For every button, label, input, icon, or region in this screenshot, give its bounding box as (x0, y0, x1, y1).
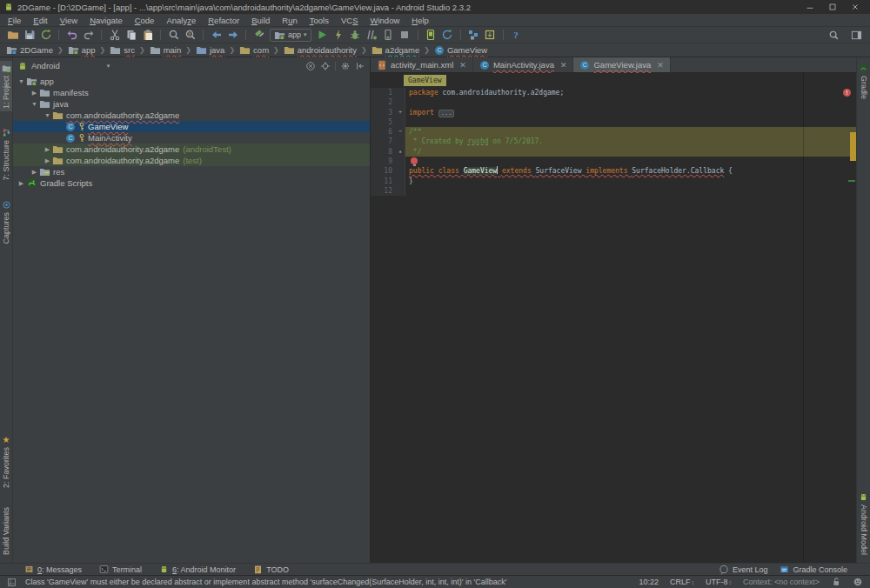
code-line-7[interactable]: 7 * Created by rushd on 7/5/2017. (371, 137, 856, 146)
menu-navigate[interactable]: Navigate (84, 16, 129, 25)
context-indicator[interactable]: Context: <no context> (743, 578, 820, 586)
replace-button[interactable] (182, 28, 198, 43)
back-button[interactable] (208, 28, 224, 43)
tab-close-icon[interactable]: ✕ (560, 61, 567, 70)
tool-stripe-android-model[interactable]: Android Model (857, 490, 870, 558)
tool-buttons-toggle-button[interactable] (848, 28, 865, 43)
tree-item-gameview[interactable]: CGameView (13, 121, 370, 132)
tree-collapsed-icon[interactable]: ▶ (30, 90, 39, 97)
tab-activity-main-xml[interactable]: activity_main.xml✕ (371, 57, 473, 72)
tree-item-manifests[interactable]: ▶manifests (13, 87, 370, 98)
fold-minus-icon[interactable]: − (396, 127, 405, 137)
breadcrumb-main[interactable]: main (150, 44, 182, 56)
tree-item-com-androidauthority-a2dgame[interactable]: ▼com.androidauthority.a2dgame (13, 110, 370, 121)
code-line-9[interactable]: 9 (371, 157, 856, 166)
avd-manager-button[interactable] (423, 28, 439, 43)
run-button[interactable] (314, 28, 331, 43)
tool-stripe-build-variants[interactable]: Build Variants (0, 504, 12, 558)
breadcrumb-a2dgame[interactable]: a2dgame (371, 44, 420, 56)
tool-stripe-7-structure[interactable]: 7: Structure (0, 125, 12, 184)
code-line-11[interactable]: 11} (371, 177, 856, 186)
unlock-icon[interactable] (831, 577, 841, 587)
tab-close-icon[interactable]: ✕ (459, 61, 466, 70)
copy-button[interactable] (123, 28, 139, 43)
folded-imports-chip[interactable]: ... (438, 110, 455, 117)
fold-plus-icon[interactable]: + (396, 108, 405, 117)
menu-file[interactable]: File (2, 16, 27, 25)
menu-analyze[interactable]: Analyze (160, 16, 202, 25)
locate-icon[interactable] (320, 61, 331, 71)
menu-code[interactable]: Code (129, 16, 161, 25)
breadcrumb-java[interactable]: java (196, 44, 224, 56)
project-tree[interactable]: ▼app▶manifests▼java▼com.androidauthority… (13, 74, 370, 563)
project-structure-button[interactable] (465, 28, 482, 43)
tree-item-java[interactable]: ▼java (13, 98, 370, 110)
encoding-indicator[interactable]: UTF-8↕ (706, 578, 732, 586)
tree-item-app[interactable]: ▼app (13, 76, 370, 87)
tool-stripe-gradle[interactable]: Gradle (857, 61, 870, 102)
breadcrumb-gameview[interactable]: CGameView (434, 45, 487, 56)
menu-window[interactable]: Window (364, 16, 405, 25)
redo-button[interactable] (80, 28, 97, 43)
line-separator-indicator[interactable]: CRLF↕ (670, 578, 694, 586)
code-line-10[interactable]: 10public class GameView extends SurfaceV… (371, 166, 856, 176)
hector-inspections-icon[interactable] (853, 577, 863, 587)
stop-button[interactable] (397, 28, 413, 43)
instant-run-button[interactable] (331, 28, 347, 43)
settings-icon[interactable] (340, 61, 351, 71)
tree-item-gradle-scripts[interactable]: ▶Gradle Scripts (13, 177, 370, 189)
code-line-5[interactable]: 5 (371, 117, 856, 127)
cut-button[interactable] (106, 28, 123, 43)
tool-stripe-1-project[interactable]: 1: Project (0, 61, 12, 111)
menu-vcs[interactable]: VCS (335, 16, 365, 25)
code-editor[interactable]: GameView 1package com.androidauthority.a… (371, 73, 856, 563)
menu-help[interactable]: Help (405, 16, 435, 25)
menu-view[interactable]: View (54, 16, 84, 25)
sync-project-with-gradle-button[interactable] (439, 28, 456, 43)
open-button[interactable] (4, 28, 21, 43)
tab-mainactivity-java[interactable]: CMainActivity.java✕ (473, 57, 574, 72)
paste-button[interactable] (139, 28, 156, 43)
debug-button[interactable] (347, 28, 364, 43)
forward-button[interactable] (224, 28, 241, 43)
tool-stripe-2-favorites[interactable]: ★2: Favorites (0, 433, 12, 491)
tab-gameview-java[interactable]: CGameView.java✕ (573, 57, 670, 72)
code-line-8[interactable]: 8▴ */ (371, 147, 856, 157)
menu-build[interactable]: Build (245, 16, 276, 25)
tool-window-button-event-log[interactable]: Event Log (719, 565, 768, 575)
tool-window-button-6-android-monitor[interactable]: 6: Android Monitor (159, 565, 236, 574)
menu-run[interactable]: Run (276, 16, 303, 25)
tree-item-com-androidauthority-a2dgame-test[interactable]: ▶com.androidauthority.a2dgame(test) (13, 155, 370, 166)
tree-item-mainactivity[interactable]: CMainActivity (13, 132, 370, 144)
code-line-3[interactable]: 3+import ... (371, 108, 856, 117)
scrollbar-marker-green[interactable] (848, 180, 855, 182)
tool-stripe-captures[interactable]: Captures (0, 197, 12, 247)
tree-expanded-icon[interactable]: ▼ (30, 101, 39, 107)
undo-button[interactable] (64, 28, 80, 43)
breadcrumb-com[interactable]: com (239, 44, 269, 56)
tree-item-com-androidauthority-a2dgame-androidtest[interactable]: ▶com.androidauthority.a2dgame(androidTes… (13, 144, 370, 155)
hide-panel-icon[interactable] (355, 61, 365, 71)
minimize-button[interactable] (799, 0, 821, 14)
tree-collapsed-icon[interactable]: ▶ (30, 169, 39, 176)
breadcrumb-2dgame[interactable]: 2DGame (6, 44, 53, 56)
synchronize-button[interactable] (37, 28, 54, 43)
inspection-error-badge[interactable]: ! (843, 89, 851, 97)
error-lightbulb-icon[interactable] (411, 157, 418, 164)
search-everywhere-button[interactable] (826, 28, 842, 43)
breadcrumb-androidauthority[interactable]: androidauthority (284, 44, 357, 56)
tab-close-icon[interactable]: ✕ (657, 61, 664, 70)
save-all-button[interactable] (21, 28, 37, 43)
tree-collapsed-icon[interactable]: ▶ (43, 146, 52, 153)
code-line-6[interactable]: 6−/** (371, 127, 856, 137)
tree-collapsed-icon[interactable]: ▶ (17, 180, 26, 187)
code-line-2[interactable]: 2 (371, 97, 856, 107)
menu-edit[interactable]: Edit (27, 16, 53, 25)
run-with-coverage-button[interactable] (364, 28, 380, 43)
collapse-all-icon[interactable] (305, 61, 316, 71)
run-configuration-select[interactable]: app▾ (270, 29, 311, 42)
close-button[interactable] (844, 0, 867, 14)
tool-window-button-gradle-console[interactable]: Gradle Console (780, 565, 847, 575)
tree-item-res[interactable]: ▶res (13, 166, 370, 177)
tree-collapsed-icon[interactable]: ▶ (43, 157, 52, 164)
